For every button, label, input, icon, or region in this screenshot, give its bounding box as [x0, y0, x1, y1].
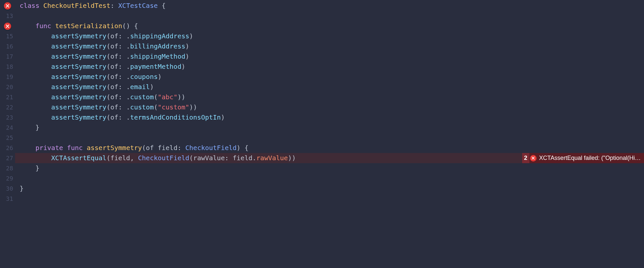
gutter: 13 15 16 17 18 19 20 21 22 23 24 25 26 2…	[0, 0, 15, 204]
gutter-row[interactable]: 16	[0, 41, 15, 51]
line-number: 16	[6, 41, 13, 51]
code-line[interactable]: private func assertSymmetry(of field: Ch…	[15, 143, 644, 153]
gutter-row[interactable]	[0, 1, 15, 11]
code-line[interactable]: assertSymmetry(of: .custom("abc"))	[15, 92, 644, 102]
gutter-row[interactable]: 23	[0, 112, 15, 123]
line-number: 25	[6, 133, 13, 143]
gutter-row[interactable]: 17	[0, 51, 15, 62]
gutter-row[interactable]: 20	[0, 82, 15, 92]
code-line[interactable]: assertSymmetry(of: .custom("custom"))	[15, 102, 644, 112]
code-line[interactable]	[15, 173, 644, 183]
code-line-error[interactable]: XCTAssertEqual(field, CheckoutField(rawV…	[15, 153, 644, 163]
gutter-row[interactable]: 25	[0, 133, 15, 143]
line-number: 15	[6, 31, 13, 41]
line-number: 30	[6, 183, 13, 194]
line-number: 26	[6, 143, 13, 153]
line-number: 13	[6, 11, 13, 21]
code-line[interactable]: assertSymmetry(of: .termsAndConditionsOp…	[15, 112, 644, 123]
code-line[interactable]: }	[15, 123, 644, 133]
error-count-badge: 2	[522, 153, 529, 163]
code-line[interactable]: assertSymmetry(of: .email)	[15, 82, 644, 92]
code-area[interactable]: class CheckoutFieldTest: XCTestCase { fu…	[15, 0, 644, 204]
gutter-row[interactable]: 29	[0, 173, 15, 183]
line-number: 19	[6, 72, 13, 82]
line-number: 23	[6, 112, 13, 123]
error-marker-icon[interactable]	[4, 2, 11, 10]
code-line[interactable]: assertSymmetry(of: .paymentMethod)	[15, 62, 644, 72]
line-number: 17	[6, 51, 13, 62]
code-line[interactable]: assertSymmetry(of: .billingAddress)	[15, 41, 644, 51]
code-line[interactable]: assertSymmetry(of: .shippingMethod)	[15, 51, 644, 62]
gutter-row[interactable]: 26	[0, 143, 15, 153]
gutter-row[interactable]: 27	[0, 153, 15, 163]
code-editor: 13 15 16 17 18 19 20 21 22 23 24 25 26 2…	[0, 0, 644, 204]
error-message: XCTAssertEqual failed: ("Optional(Hi…	[539, 153, 641, 163]
code-line[interactable]: class CheckoutFieldTest: XCTestCase {	[15, 1, 644, 11]
line-number: 21	[6, 92, 13, 102]
inline-error-banner[interactable]: 2 XCTAssertEqual failed: ("Optional(Hi…	[522, 153, 644, 163]
gutter-row[interactable]: 31	[0, 194, 15, 204]
code-line[interactable]: assertSymmetry(of: .coupons)	[15, 72, 644, 82]
gutter-row[interactable]: 21	[0, 92, 15, 102]
gutter-row[interactable]: 18	[0, 62, 15, 72]
error-icon	[530, 155, 537, 162]
gutter-row[interactable]: 22	[0, 102, 15, 112]
gutter-row[interactable]: 15	[0, 31, 15, 41]
line-number: 28	[6, 163, 13, 173]
gutter-row[interactable]: 28	[0, 163, 15, 173]
gutter-row[interactable]: 24	[0, 123, 15, 133]
code-line[interactable]	[15, 194, 644, 204]
line-number: 24	[6, 123, 13, 133]
error-marker-icon[interactable]	[4, 23, 11, 30]
gutter-row[interactable]: 30	[0, 183, 15, 194]
code-line[interactable]: }	[15, 183, 644, 194]
gutter-row[interactable]: 19	[0, 72, 15, 82]
code-line[interactable]	[15, 11, 644, 21]
gutter-row[interactable]	[0, 21, 15, 31]
line-number: 18	[6, 62, 13, 72]
gutter-row[interactable]: 13	[0, 11, 15, 21]
line-number: 31	[6, 194, 13, 204]
line-number: 22	[6, 102, 13, 112]
code-line[interactable]	[15, 133, 644, 143]
code-line[interactable]: }	[15, 163, 644, 173]
line-number: 29	[6, 173, 13, 183]
code-line[interactable]: assertSymmetry(of: .shippingAddress)	[15, 31, 644, 41]
line-number: 27	[6, 153, 13, 163]
line-number: 20	[6, 82, 13, 92]
code-line[interactable]: func testSerialization() {	[15, 21, 644, 31]
